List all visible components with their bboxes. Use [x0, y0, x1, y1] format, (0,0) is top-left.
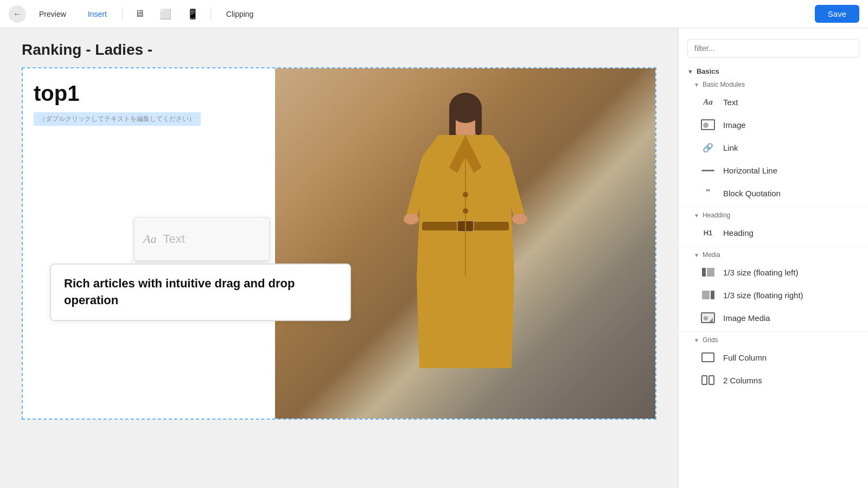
desktop-icon: 🖥 — [135, 8, 144, 19]
preview-button[interactable]: Preview — [30, 7, 75, 22]
canvas-placeholder[interactable]: （ダブルクリックしてテキストを編集してください） — [34, 112, 201, 126]
basics-chevron-icon: ▼ — [687, 68, 693, 75]
sidebar-item-full-column[interactable]: Full Column — [683, 346, 864, 369]
sidebar-item-image-media[interactable]: Image Media — [683, 306, 864, 329]
grids-chevron-icon: ▼ — [694, 337, 699, 343]
mobile-icon: 📱 — [187, 9, 199, 20]
sidebar-item-third-left[interactable]: 1/3 size (floating left) — [683, 261, 864, 284]
sidebar-item-heading[interactable]: H1 Heading — [683, 221, 864, 244]
sidebar-section-basics-header[interactable]: ▼ Basics — [679, 64, 868, 79]
text-icon: Aa — [700, 96, 716, 108]
insert-button[interactable]: Insert — [79, 7, 116, 22]
sidebar-item-block-quotation[interactable]: " Block Quotation — [683, 182, 864, 204]
image-media-icon — [700, 312, 716, 324]
headding-label: Headding — [703, 211, 730, 219]
third-right-icon — [700, 289, 716, 301]
toolbar-divider-2 — [210, 8, 211, 21]
divider-2 — [679, 246, 868, 247]
sidebar-filter-container — [679, 35, 868, 64]
tooltip-box: Rich articles with intuitive drag and dr… — [50, 264, 351, 321]
link-label: Link — [723, 143, 738, 152]
basic-modules-label: Basic Modules — [703, 81, 745, 88]
main-layout: Ranking - Ladies - top1 （ダブルクリックしてテキストを編… — [0, 28, 868, 488]
toolbar: ← Preview Insert 🖥 ⬜ 📱 Clipping Save — [0, 0, 868, 28]
third-left-label: 1/3 size (floating left) — [723, 268, 798, 277]
tablet-icon: ⬜ — [159, 9, 171, 20]
basics-label: Basics — [697, 67, 719, 75]
sidebar: ▼ Basics ▼ Basic Modules Aa Text Imag — [678, 28, 868, 488]
svg-point-13 — [404, 214, 419, 224]
third-left-icon — [700, 266, 716, 278]
full-column-icon — [700, 351, 716, 363]
article-title: Ranking - Ladies - — [22, 41, 656, 59]
save-button[interactable]: Save — [815, 5, 859, 23]
drag-ghost-label: Text — [163, 232, 184, 246]
text-label: Text — [723, 98, 738, 107]
device-mobile-button[interactable]: 📱 — [181, 5, 204, 23]
divider-3 — [679, 331, 868, 332]
svg-rect-10 — [475, 108, 482, 135]
canvas-image-overlay — [275, 68, 655, 419]
image-icon — [700, 119, 716, 131]
editor-area: Ranking - Ladies - top1 （ダブルクリックしてテキストを編… — [0, 28, 678, 488]
coat-figure-svg — [390, 86, 541, 401]
svg-point-17 — [463, 208, 468, 214]
tooltip-text: Rich articles with intuitive drag and dr… — [64, 275, 337, 309]
basic-modules-chevron-icon: ▼ — [694, 82, 699, 88]
third-right-label: 1/3 size (floating right) — [723, 291, 803, 300]
device-tablet-button[interactable]: ⬜ — [154, 5, 177, 23]
svg-point-14 — [512, 214, 527, 224]
sidebar-item-text[interactable]: Aa Text — [683, 91, 864, 113]
article-canvas[interactable]: top1 （ダブルクリックしてテキストを編集してください） Aa Text — [22, 67, 656, 420]
headding-chevron-icon: ▼ — [694, 213, 699, 219]
drag-ghost-aa-icon: Aa — [143, 232, 156, 246]
heading-label: Heading — [723, 228, 754, 237]
canvas-image-area — [275, 68, 655, 419]
grids-label: Grids — [703, 336, 718, 344]
full-column-label: Full Column — [723, 353, 767, 362]
heading-icon: H1 — [700, 227, 716, 239]
sidebar-item-third-right[interactable]: 1/3 size (floating right) — [683, 284, 864, 306]
drag-ghost-text-module: Aa Text — [134, 217, 270, 261]
back-button[interactable]: ← — [9, 5, 26, 23]
device-desktop-button[interactable]: 🖥 — [129, 5, 150, 23]
image-label: Image — [723, 120, 746, 130]
sidebar-filter-input[interactable] — [687, 39, 859, 57]
media-label: Media — [703, 251, 720, 259]
divider-1 — [679, 207, 868, 207]
media-chevron-icon: ▼ — [694, 252, 699, 258]
sidebar-item-image[interactable]: Image — [683, 113, 864, 136]
sidebar-section-basics: ▼ Basics ▼ Basic Modules Aa Text Imag — [679, 64, 868, 391]
back-icon: ← — [13, 9, 22, 19]
image-media-label: Image Media — [723, 313, 770, 323]
clipping-button[interactable]: Clipping — [218, 7, 263, 22]
hr-label: Horizontal Line — [723, 166, 777, 175]
canvas-top1[interactable]: top1 — [34, 81, 264, 106]
sidebar-subsection-media-header[interactable]: ▼ Media — [679, 249, 868, 261]
sidebar-subsection-grids-header[interactable]: ▼ Grids — [679, 334, 868, 346]
sidebar-subsection-basic-modules-header[interactable]: ▼ Basic Modules — [679, 79, 868, 91]
hr-icon — [700, 164, 716, 176]
two-columns-label: 2 Columns — [723, 376, 762, 385]
two-columns-icon — [700, 374, 716, 386]
canvas-left: top1 （ダブルクリックしてテキストを編集してください） Aa Text — [23, 68, 275, 419]
sidebar-item-horizontal-line[interactable]: Horizontal Line — [683, 159, 864, 182]
link-icon: 🔗 — [700, 142, 716, 153]
quote-icon: " — [700, 187, 716, 199]
block-quotation-label: Block Quotation — [723, 189, 781, 198]
sidebar-item-2-columns[interactable]: 2 Columns — [683, 369, 864, 391]
sidebar-subsection-headding-header[interactable]: ▼ Headding — [679, 209, 868, 221]
toolbar-divider-1 — [122, 8, 123, 21]
sidebar-item-link[interactable]: 🔗 Link — [683, 136, 864, 159]
svg-point-16 — [463, 192, 468, 197]
